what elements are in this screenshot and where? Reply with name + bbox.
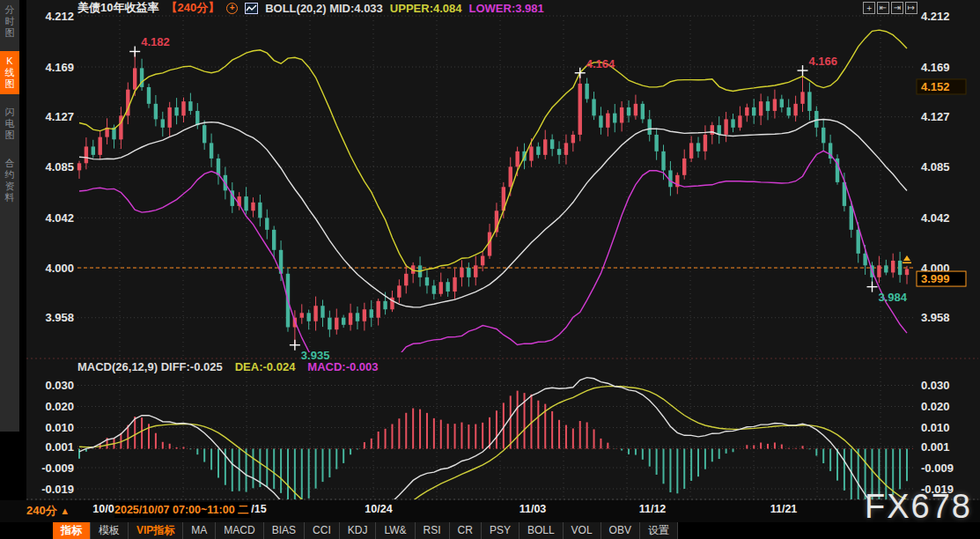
line-chart-icon[interactable] — [245, 3, 258, 14]
toolbar-item-RSI[interactable]: RSI — [416, 522, 450, 539]
boll-lower-value: LOWER:3.981 — [469, 2, 544, 15]
x-axis-label: 11/03 — [519, 503, 547, 515]
period-badge-label: 240分 — [26, 504, 57, 517]
chart-header: 美债10年收益率 【240分】 + BOLL(20,2) MID:4.033 U… — [77, 1, 544, 15]
toolbar-item-MACD[interactable]: MACD — [216, 522, 263, 539]
svg-text:4.085: 4.085 — [45, 160, 74, 174]
sidebar-tab-3[interactable]: 合 约 资 料 — [0, 153, 19, 208]
toolbar-item-OBV[interactable]: OBV — [601, 522, 640, 539]
x-axis-label: 11/21 — [770, 503, 798, 515]
svg-text:4.000: 4.000 — [45, 262, 74, 275]
pan-right-icon[interactable]: ↦ — [905, 2, 917, 14]
toolbar-item-CCI[interactable]: CCI — [305, 522, 340, 539]
toolbar-item-指标[interactable]: 指标 — [53, 522, 91, 539]
toolbar-item-VIP指标[interactable]: VIP指标 — [129, 522, 183, 539]
svg-text:0.010: 0.010 — [921, 421, 950, 434]
bollinger-bands — [79, 30, 907, 380]
extreme-price-label: 3.984 — [879, 291, 908, 304]
pan-icon[interactable]: ＋ — [863, 2, 875, 14]
toolbar-item-MA[interactable]: MA — [183, 522, 216, 539]
price-arrow-icon — [903, 255, 910, 261]
svg-text:-0.019: -0.019 — [41, 483, 74, 496]
last-price-badge: 3.999 — [921, 272, 950, 285]
sidebar-tab-1[interactable]: K 线 图 — [0, 51, 19, 94]
sidebar-tab-2[interactable]: 闪 电 图 — [0, 102, 19, 145]
svg-text:4.212: 4.212 — [921, 10, 950, 23]
settlement-price-badge: 4.152 — [921, 80, 950, 93]
svg-text:3.958: 3.958 — [45, 311, 74, 324]
macd-header: MACD(26,12,9) DIFF:-0.025 DEA:-0.024 MAC… — [77, 360, 379, 373]
boll-upper-value: UPPER:4.084 — [390, 2, 462, 15]
watermark: FX678 — [865, 488, 972, 526]
instrument-title: 美债10年收益率 — [77, 0, 158, 16]
toolbar-item-PSY[interactable]: PSY — [482, 522, 519, 539]
toolbar-item-VOL[interactable]: VOL — [564, 522, 601, 539]
toolbar-item-模板[interactable]: 模板 — [91, 522, 129, 539]
chart-window: 分 时 图K 线 图闪 电 图合 约 资 料 美债10年收益率 【240分】 +… — [0, 0, 980, 539]
svg-text:-0.009: -0.009 — [41, 461, 74, 475]
svg-text:0.030: 0.030 — [921, 379, 950, 392]
svg-text:4.042: 4.042 — [45, 211, 74, 225]
boll-label: BOLL(20,2) — [265, 2, 326, 15]
candlestick-chart[interactable]: 4.1823.9354.1644.1663.9844.2124.2124.169… — [0, 0, 980, 521]
chart-type-sidebar: 分 时 图K 线 图闪 电 图合 约 资 料 — [0, 0, 19, 432]
macd-value: MACD:-0.003 — [307, 360, 378, 373]
zoom-in-icon[interactable]: ⇥ — [891, 2, 903, 14]
svg-text:3.958: 3.958 — [921, 311, 950, 324]
bar-info-tooltip: 2025/10/07 07:00~11:00 二 — [114, 502, 251, 518]
sidebar-tab-0[interactable]: 分 时 图 — [0, 0, 19, 43]
macd-diff-value: MACD(26,12,9) DIFF:-0.025 — [77, 360, 223, 373]
toolbar-item-BIAS[interactable]: BIAS — [264, 522, 305, 539]
zoom-out-icon[interactable]: ⇤ — [877, 2, 889, 14]
indicator-toolbar: 指标模板VIP指标MAMACDBIASCCIKDJLW&RSICRPSYBOLL… — [53, 522, 678, 539]
svg-text:0.001: 0.001 — [921, 440, 950, 454]
toolbar-item-LW&[interactable]: LW& — [376, 522, 415, 539]
svg-text:0.001: 0.001 — [45, 440, 74, 454]
boll-settings-label: BOLL(20,2) MID:4.033 — [265, 2, 383, 15]
toolbar-item-BOLL[interactable]: BOLL — [519, 522, 564, 539]
svg-text:4.169: 4.169 — [45, 61, 74, 74]
chart-toolbar-icons: ＋⇤⇥↦ — [863, 2, 917, 14]
add-indicator-icon[interactable]: + — [226, 3, 238, 14]
extreme-price-label: 4.164 — [586, 57, 615, 70]
up-triangle-icon: ▲ — [60, 506, 70, 516]
svg-text:4.127: 4.127 — [45, 110, 74, 123]
boll-mid-value: MID:4.033 — [329, 2, 383, 15]
toolbar-item-KDJ[interactable]: KDJ — [340, 522, 377, 539]
svg-text:4.085: 4.085 — [921, 160, 950, 174]
toolbar-item-CR[interactable]: CR — [450, 522, 482, 539]
x-axis-label: 11/12 — [639, 503, 667, 515]
period-badge[interactable]: 240分 ▲ — [26, 503, 70, 519]
svg-text:4.127: 4.127 — [921, 110, 950, 123]
svg-text:4.169: 4.169 — [921, 61, 950, 74]
toolbar-item-设置[interactable]: 设置 — [640, 522, 678, 539]
x-axis-label: 10/24 — [365, 503, 392, 515]
svg-text:4.212: 4.212 — [45, 10, 74, 23]
extreme-price-label: 4.182 — [141, 35, 170, 48]
svg-text:0.010: 0.010 — [45, 421, 74, 434]
svg-text:0.020: 0.020 — [45, 400, 74, 413]
period-label: 【240分】 — [166, 0, 219, 16]
svg-text:4.042: 4.042 — [921, 211, 950, 225]
svg-text:0.020: 0.020 — [921, 400, 950, 413]
candlestick-series — [77, 51, 909, 344]
extreme-price-label: 4.166 — [809, 55, 838, 68]
svg-text:0.030: 0.030 — [45, 379, 74, 392]
macd-dea-value: DEA:-0.024 — [235, 360, 296, 373]
svg-text:-0.009: -0.009 — [921, 461, 954, 475]
